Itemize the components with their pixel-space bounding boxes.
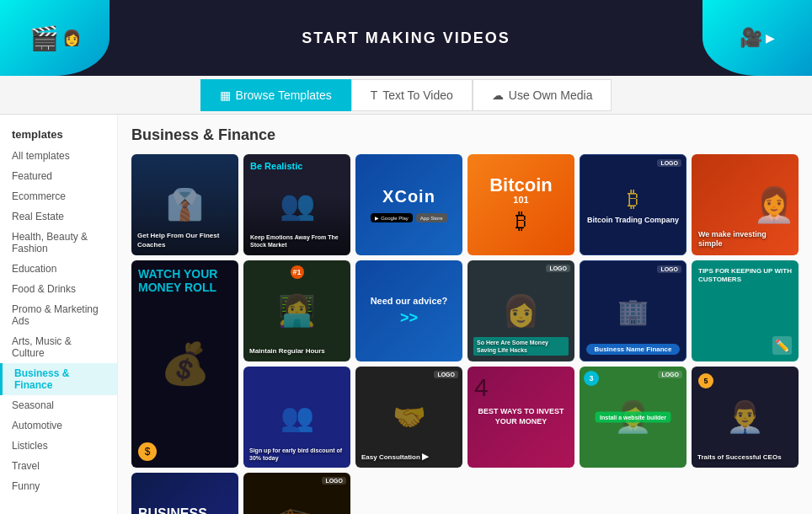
card-11-text: Business Name Finance — [586, 344, 680, 355]
card-xcoin[interactable]: XCoin ▶ Google Play App Store — [355, 154, 462, 255]
card-best-ways-invest[interactable]: 4 BEST WAYS TO INVEST YOUR MONEY — [467, 367, 574, 468]
card-16-number: 3 — [584, 371, 599, 386]
sidebar-item-seasonal[interactable]: Seasonal — [0, 395, 117, 415]
card-17-text: Traits of Successful CEOs — [697, 453, 793, 462]
card-2-text: Keep Emotions Away From The Stock Market — [250, 233, 344, 249]
card-business-event[interactable]: BUSINESS EVENT — [131, 473, 238, 514]
content-area: Business & Finance 👔 Get Help From Our F… — [118, 115, 812, 514]
header: 🎬 👩 START MAKING VIDEOS 🎥 ▶ — [0, 0, 812, 76]
sidebar-item-health[interactable]: Health, Beauty & Fashion — [0, 227, 117, 259]
card-14-logo: LOGO — [434, 371, 458, 378]
tab-browse-label: Browse Templates — [236, 88, 332, 102]
card-bitcoin-101[interactable]: Bitcoin 101 ₿ — [467, 154, 574, 255]
sidebar-item-ecommerce[interactable]: Ecommerce — [0, 186, 117, 206]
card-9-arrow: >> — [400, 309, 418, 327]
main-layout: templates All templates Featured Ecommer… — [0, 115, 812, 514]
card-4-subtitle: 101 — [513, 195, 528, 205]
card-finest-coaches[interactable]: 👔 Get Help From Our Finest Coaches — [131, 154, 238, 255]
sidebar-item-promo[interactable]: Promo & Marketing Ads — [0, 299, 117, 331]
browse-icon: ▦ — [220, 88, 231, 102]
nav-tabs: ▦ Browse Templates T Text To Video ☁ Use… — [0, 76, 812, 115]
templates-grid: 👔 Get Help From Our Finest Coaches Be Re… — [131, 154, 799, 514]
sidebar-item-featured[interactable]: Featured — [0, 166, 117, 186]
sidebar-item-automotive[interactable]: Automotive — [0, 415, 117, 436]
card-17-badge: 5 — [698, 373, 713, 388]
tab-use-own-media[interactable]: ☁ Use Own Media — [473, 79, 612, 111]
card-we-experience[interactable]: 🏗️ LOGO We Are EXPERIENCE — [243, 473, 350, 514]
card-maintain-hours[interactable]: 👩‍💻 #1 Maintain Regular Hours — [243, 260, 350, 361]
card-investing-simple[interactable]: 👩‍💼 We make investing simple — [692, 154, 799, 255]
card-4-icon: ₿ — [516, 208, 526, 234]
card-14-text: Easy Consultation ▶ — [361, 451, 457, 462]
card-bitcoin-trading[interactable]: ₿ Bitcoin Trading Company LOGO — [580, 154, 686, 255]
sidebar-section-title: templates — [0, 123, 117, 146]
card-need-advice[interactable]: Need our advice? >> — [355, 260, 462, 361]
text-icon: T — [371, 88, 378, 102]
card-be-realistic[interactable]: Be Realistic 👥 Keep Emotions Away From T… — [243, 154, 350, 255]
sidebar-item-real-estate[interactable]: Real Estate — [0, 206, 117, 227]
sidebar-item-education[interactable]: Education — [0, 259, 117, 279]
card-7-coin: $ — [138, 442, 157, 461]
card-business-name[interactable]: 🏢 LOGO Business Name Finance — [580, 260, 686, 361]
sidebar-item-listicles[interactable]: Listicles — [0, 436, 117, 456]
card-16-logo: LOGO — [658, 371, 682, 378]
card-13-text: Sign up for early bird discount of 30% t… — [249, 447, 345, 462]
sidebar-item-all-templates[interactable]: All templates — [0, 146, 117, 166]
cloud-icon: ☁ — [492, 88, 504, 102]
card-3-googleplay: ▶ Google Play — [371, 213, 412, 222]
card-18-text: BUSINESS EVENT — [138, 506, 232, 514]
tab-text-label: Text To Video — [382, 88, 453, 102]
card-5-logo: LOGO — [657, 159, 681, 167]
sidebar-item-arts[interactable]: Arts, Music & Culture — [0, 331, 117, 363]
content-title: Business & Finance — [131, 126, 799, 144]
sidebar: templates All templates Featured Ecommer… — [0, 115, 118, 514]
tab-media-label: Use Own Media — [509, 88, 593, 102]
sidebar-item-food[interactable]: Food & Drinks — [0, 279, 117, 299]
tab-text-to-video[interactable]: T Text To Video — [351, 79, 473, 111]
card-successful-ceos[interactable]: 👨‍💼 5 Traits of Successful CEOs — [692, 367, 799, 468]
card-install-website[interactable]: 👩‍💼 LOGO Install a website builder 3 — [580, 367, 686, 468]
card-money-hacks[interactable]: 👩 LOGO So Here Are Some Money Saving Lif… — [467, 260, 574, 361]
card-tips-customers[interactable]: TIPS FOR KEEPING UP WITH CUSTOMERS ✏️ — [692, 260, 799, 361]
card-7-title: WATCH YOUR MONEY ROLL — [138, 267, 238, 294]
card-5-text: Bitcoin Trading Company — [587, 216, 679, 224]
card-easy-consultation[interactable]: 🤝 LOGO Easy Consultation ▶ — [355, 367, 462, 468]
sidebar-item-travel[interactable]: Travel — [0, 456, 117, 476]
card-watch-money[interactable]: 💰 WATCH YOUR MONEY ROLL $ — [131, 260, 238, 468]
card-3-appstore: App Store — [416, 213, 447, 222]
card-19-logo: LOGO — [322, 477, 346, 485]
card-16-text: Install a website builder — [595, 412, 671, 423]
card-8-text: Maintain Regular Hours — [249, 347, 345, 356]
sidebar-item-funny[interactable]: Funny — [0, 476, 117, 496]
card-1-text: Get Help From Our Finest Coaches — [137, 232, 232, 249]
card-6-text: We make investing simple — [698, 230, 792, 249]
card-11-logo: LOGO — [657, 265, 681, 273]
card-4-title: Bitcoin — [489, 176, 553, 195]
card-8-badge: #1 — [291, 265, 304, 279]
card-10-logo: LOGO — [546, 265, 570, 272]
card-10-text: So Here Are Some Money Saving Life Hacks — [473, 337, 569, 356]
card-12-text: TIPS FOR KEEPING UP WITH CUSTOMERS — [698, 267, 792, 285]
card-3-title: XCoin — [382, 187, 435, 206]
card-9-text: Need our advice? — [371, 296, 448, 306]
card-12-edit-icon: ✏️ — [772, 336, 792, 355]
card-signup-discount[interactable]: 👥 Sign up for early bird discount of 30%… — [243, 367, 350, 468]
sidebar-item-business[interactable]: Business & Finance — [0, 363, 117, 395]
header-right-decoration: 🎥 ▶ — [702, 0, 812, 76]
tab-browse-templates[interactable]: ▦ Browse Templates — [200, 79, 351, 111]
card-5-icon: ₿ — [628, 186, 638, 212]
header-title: START MAKING VIDEOS — [302, 29, 510, 47]
header-left-decoration: 🎬 👩 — [0, 0, 110, 76]
card-15-text: BEST WAYS TO INVEST YOUR MONEY — [474, 407, 568, 426]
